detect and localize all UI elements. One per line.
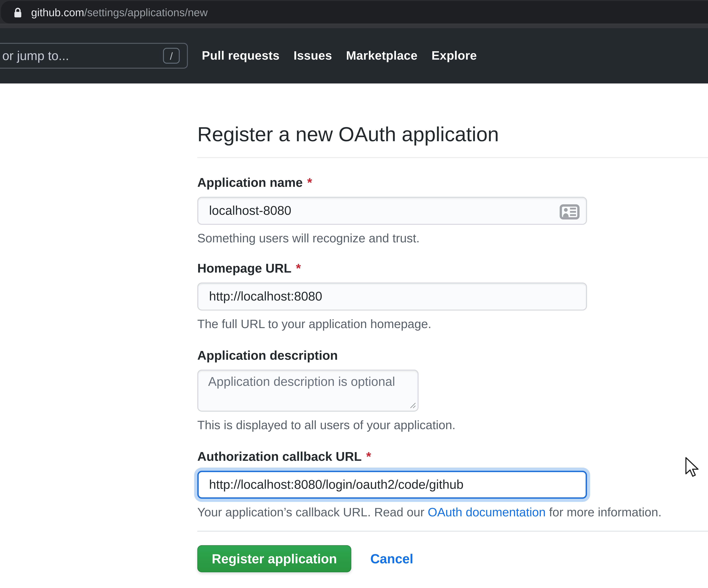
url-domain: github.com bbox=[31, 6, 84, 19]
address-bar[interactable]: github.com/settings/applications/new bbox=[1, 1, 708, 24]
browser-toolbar-edge bbox=[0, 24, 708, 28]
label-text: Application description bbox=[197, 348, 338, 363]
search-input[interactable]: or jump to... / bbox=[0, 43, 188, 68]
authorization-callback-url-help: Your application’s callback URL. Read ou… bbox=[197, 504, 708, 520]
authorization-callback-url-label: Authorization callback URL* bbox=[197, 449, 708, 464]
lock-icon[interactable] bbox=[12, 7, 23, 19]
nav-issues[interactable]: Issues bbox=[294, 49, 332, 63]
screen: github.com/settings/applications/new or … bbox=[0, 0, 708, 588]
browser-toolbar: github.com/settings/applications/new bbox=[0, 0, 708, 24]
application-name-input[interactable] bbox=[197, 197, 587, 225]
page-title: Register a new OAuth application bbox=[197, 122, 708, 158]
label-text: Homepage URL bbox=[197, 261, 291, 275]
cancel-button[interactable]: Cancel bbox=[370, 551, 413, 566]
github-header: or jump to... / Pull requests Issues Mar… bbox=[0, 28, 708, 84]
search-placeholder: or jump to... bbox=[2, 44, 69, 68]
homepage-url-label: Homepage URL* bbox=[197, 261, 708, 276]
authorization-callback-url-input[interactable] bbox=[197, 471, 587, 499]
required-asterisk: * bbox=[366, 450, 371, 464]
label-text: Authorization callback URL bbox=[197, 450, 362, 464]
header-nav: Pull requests Issues Marketplace Explore bbox=[202, 28, 477, 84]
slash-shortcut-key: / bbox=[163, 48, 180, 64]
application-description-textarea[interactable] bbox=[197, 370, 418, 412]
label-text: Application name bbox=[197, 176, 303, 190]
nav-explore[interactable]: Explore bbox=[432, 49, 477, 63]
application-name-label: Application name* bbox=[197, 175, 708, 190]
url-text: github.com/settings/applications/new bbox=[31, 1, 208, 24]
register-application-button[interactable]: Register application bbox=[197, 545, 351, 572]
resize-handle-icon[interactable] bbox=[409, 401, 416, 409]
application-name-help: Something users will recognize and trust… bbox=[197, 231, 708, 246]
application-description-label: Application description bbox=[197, 348, 708, 363]
application-description-help: This is displayed to all users of your a… bbox=[197, 417, 708, 433]
homepage-url-input[interactable] bbox=[197, 282, 587, 310]
contact-card-icon[interactable] bbox=[559, 204, 580, 220]
required-asterisk: * bbox=[296, 261, 301, 275]
help-text: for more information. bbox=[545, 505, 661, 519]
required-asterisk: * bbox=[307, 176, 312, 190]
homepage-url-help: The full URL to your application homepag… bbox=[197, 316, 708, 332]
main-content: Register a new OAuth application Applica… bbox=[0, 84, 708, 588]
oauth-documentation-link[interactable]: OAuth documentation bbox=[428, 505, 545, 519]
help-text: Your application’s callback URL. Read ou… bbox=[197, 505, 427, 519]
nav-pull-requests[interactable]: Pull requests bbox=[202, 49, 279, 63]
url-path: /settings/applications/new bbox=[84, 6, 208, 19]
form-divider bbox=[197, 531, 708, 532]
nav-marketplace[interactable]: Marketplace bbox=[346, 49, 418, 63]
form-actions: Register application Cancel bbox=[197, 545, 708, 572]
